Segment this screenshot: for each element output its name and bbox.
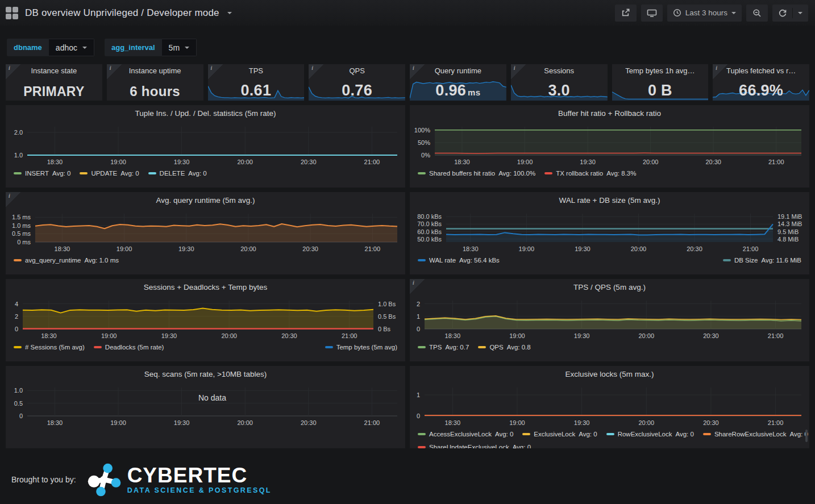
time-range-picker[interactable]: Last 3 hours	[667, 5, 742, 22]
legend-item[interactable]: ExclusiveLockAvg: 0	[522, 431, 597, 438]
y-axis-right-label: 19.1 MiB	[777, 213, 802, 220]
x-axis-label: 19:00	[93, 332, 125, 339]
legend-color-swatch	[606, 433, 614, 435]
legend-avg-value: Avg: 0	[676, 431, 694, 438]
legend-color-swatch	[723, 259, 731, 261]
stat-panel: iQuery runtime0.96ms	[410, 64, 506, 101]
legend-series-label: DB Size	[734, 257, 758, 264]
legend: avg_query_runtimeAvg: 1.0 ms	[14, 257, 397, 264]
panel-info-icon[interactable]: i	[713, 64, 727, 79]
legend-item[interactable]: ShareRowExclusiveLockAvg: 0	[703, 431, 808, 438]
legend-item[interactable]: WAL rateAvg: 56.4 kBs	[418, 257, 500, 264]
variable-value-dropdown[interactable]: adhoc	[49, 39, 94, 56]
y-axis-label: 70.0 kBs	[410, 220, 442, 227]
chart-panel: Tuple Ins. / Upd. / Del. statistics (5m …	[6, 105, 405, 188]
refresh-interval-chevron-icon[interactable]	[798, 12, 802, 14]
chart-plot-area[interactable]	[410, 279, 809, 330]
panel-info-icon[interactable]: i	[410, 279, 425, 294]
tv-mode-button[interactable]	[641, 5, 663, 22]
legend-color-swatch	[418, 446, 426, 448]
legend-item[interactable]: TPSAvg: 0.7	[418, 344, 469, 351]
legend-item[interactable]: # Sessions (5m avg)	[14, 344, 85, 351]
panel-info-icon[interactable]: i	[309, 64, 323, 79]
legend-item[interactable]: INSERTAvg: 0	[14, 170, 70, 177]
legend: TPSAvg: 0.7QPSAvg: 0.8	[418, 344, 801, 351]
share-button[interactable]	[615, 5, 637, 22]
chart-plot-area[interactable]	[410, 105, 809, 156]
legend-series-label: QPS	[489, 344, 503, 351]
x-axis-label: 21:00	[356, 159, 388, 165]
x-axis-label: 18:30	[39, 419, 70, 426]
variable-value-dropdown[interactable]: 5m	[162, 39, 197, 56]
clock-icon	[673, 9, 681, 17]
chart-plot-area[interactable]	[410, 192, 809, 243]
legend-item[interactable]: UPDATEAvg: 0	[80, 170, 139, 177]
x-axis-label: 20:30	[695, 419, 727, 426]
legend-color-swatch	[325, 346, 333, 348]
chart-plot-area[interactable]	[6, 366, 405, 417]
x-axis-label: 19:00	[102, 419, 134, 426]
legend-series-label: ExclusiveLock	[534, 431, 575, 438]
chart-plot-area[interactable]	[6, 192, 405, 243]
legend-item[interactable]: TX rollback ratioAvg: 8.3%	[544, 170, 636, 177]
y-axis-label: 100%	[410, 127, 430, 134]
panel-info-icon[interactable]: i	[208, 64, 223, 79]
x-axis-label: 20:00	[635, 159, 667, 165]
zoom-out-button[interactable]	[746, 5, 768, 22]
chart-plot-area[interactable]	[410, 366, 809, 417]
legend-item[interactable]: AccessExclusiveLockAvg: 0	[418, 431, 513, 438]
chart-panel: WAL rate + DB size (5m avg.)50.0 kBs60.0…	[410, 192, 809, 274]
legend-right-group: DB SizeAvg: 11.6 MiB	[723, 257, 801, 264]
legend-avg-value: Avg: 0	[495, 431, 513, 438]
legend-color-swatch	[14, 259, 22, 261]
legend-item[interactable]: DELETEAvg: 0	[148, 170, 207, 177]
x-axis-label: 21:00	[760, 332, 792, 339]
legend-item[interactable]: DB SizeAvg: 11.6 MiB	[723, 257, 801, 264]
variable-group-dbname: dbnameadhoc	[7, 39, 94, 56]
stat-panel: iInstance uptime6 hours	[107, 64, 203, 101]
info-i-glyph: i	[9, 193, 10, 199]
chart-panel: Buffer hit ratio + Rollback ratio0%50%10…	[410, 105, 809, 188]
legend-item[interactable]: avg_query_runtimeAvg: 1.0 ms	[14, 257, 119, 264]
legend-series-label: INSERT	[25, 170, 49, 177]
legend-item[interactable]: QPSAvg: 0.8	[478, 344, 530, 351]
legend-item[interactable]: ShareUpdateExclusiveLockAvg: 0	[418, 444, 531, 448]
no-data-message: No data	[27, 393, 397, 402]
stat-panel-title[interactable]: Temp bytes 1h avg…	[612, 66, 709, 75]
chart-plot-area[interactable]	[6, 279, 405, 330]
panel-info-icon[interactable]: i	[410, 64, 425, 79]
panel-info-icon[interactable]: i	[107, 64, 122, 79]
legend-avg-value: Avg: 0.7	[445, 344, 469, 351]
legend-color-swatch	[418, 259, 426, 261]
refresh-button-group[interactable]	[772, 5, 808, 22]
legend-item[interactable]: RowExclusiveLockAvg: 0	[606, 431, 694, 438]
legend: # Sessions (5m avg)Deadlocks (5m rate)Te…	[14, 344, 397, 351]
info-i-glyph: i	[110, 65, 111, 71]
x-axis-label: 19:30	[166, 419, 198, 426]
chart-panel: Exclusive locks (5m max.)0118:3019:0019:…	[410, 366, 809, 448]
legend-avg-value: Avg: 11.6 MiB	[761, 257, 801, 264]
title-chevron-down-icon[interactable]	[227, 12, 232, 14]
y-axis-right-label: 14.3 MiB	[777, 220, 802, 227]
legend-item[interactable]: Shared buffers hit ratioAvg: 100.0%	[418, 170, 535, 177]
series-line-WAL rate	[446, 224, 773, 235]
legend-series-label: TX rollback ratio	[556, 170, 603, 177]
legend-avg-value: Avg: 8.3%	[606, 170, 636, 177]
x-axis-label: 19:00	[509, 159, 541, 165]
legend-item[interactable]: Temp bytes (5m avg)	[325, 344, 397, 351]
x-axis-label: 20:00	[229, 419, 261, 426]
stat-value-unit: ms	[468, 88, 480, 97]
x-axis-label: 21:00	[760, 159, 792, 165]
info-i-glyph: i	[211, 65, 213, 71]
x-axis-label: 18:30	[436, 419, 468, 426]
legend-scrollbar[interactable]	[805, 430, 808, 442]
legend-item[interactable]: Deadlocks (5m rate)	[94, 344, 164, 351]
chart-plot-area[interactable]	[6, 105, 405, 156]
dashboards-grid-icon[interactable]	[6, 7, 18, 19]
panel-info-icon[interactable]: i	[511, 64, 526, 79]
legend-right-group: Temp bytes (5m avg)	[325, 344, 397, 351]
panel-info-icon[interactable]: i	[6, 64, 20, 79]
dashboard-title[interactable]: DB overview Unprivileged / Developer mod…	[25, 7, 219, 19]
panel-info-icon[interactable]: i	[6, 192, 20, 207]
stat-value: 66.9%	[713, 82, 809, 99]
